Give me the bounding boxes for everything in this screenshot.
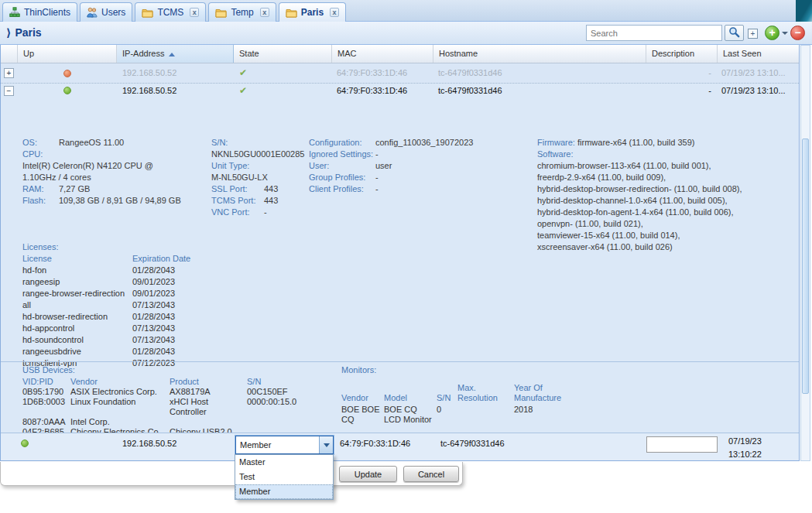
folder-icon xyxy=(215,8,227,18)
update-button[interactable]: Update xyxy=(339,466,397,482)
tab-close-icon[interactable]: x xyxy=(330,8,339,17)
dropdown-option-master[interactable]: Master xyxy=(235,455,333,470)
licenses-rows: hd-fon 01/28/2043 rangeesip 09/01/2023 r… xyxy=(22,265,247,369)
cell-ip: 192.168.50.52 xyxy=(122,86,176,95)
add-menu-caret-icon[interactable] xyxy=(782,32,788,35)
tab-bar: ThinClients Users TCMS x Temp x xyxy=(0,0,812,22)
client-profiles-label: Client Profiles: xyxy=(309,183,375,195)
cell-description: - xyxy=(646,68,711,77)
ssl-port-label: SSL Port: xyxy=(211,183,264,195)
search-button[interactable] xyxy=(725,25,744,41)
scrollbar-thumb[interactable] xyxy=(802,139,809,394)
column-header-ip-address[interactable]: IP-Address xyxy=(117,45,234,63)
status-dot-online xyxy=(21,439,29,447)
cell-last-seen: 07/19/23 13:10... xyxy=(721,86,786,95)
search-icon xyxy=(728,26,740,39)
license-row: hd-appcontrol 07/13/2043 xyxy=(22,323,247,334)
tab-temp[interactable]: Temp x xyxy=(208,2,276,22)
usb-product: xHCI Host Controller xyxy=(170,397,247,417)
vertical-scrollbar[interactable] xyxy=(800,45,810,461)
remove-button[interactable]: − xyxy=(790,26,805,40)
software-item: teamviewer-15-x64 (11.00, build 014), xyxy=(537,230,796,241)
edit-last-seen-date: 07/19/23 xyxy=(728,436,762,446)
tab-users[interactable]: Users xyxy=(80,2,132,22)
usb-product: AX88179A xyxy=(170,387,247,397)
usb-vendor: ASIX Electronics Corp. xyxy=(70,387,170,397)
usb-vendor: Intel Corp. xyxy=(70,417,170,427)
configuration-label: Configuration: xyxy=(309,137,375,149)
dropdown-option-member[interactable]: Member xyxy=(235,484,333,499)
tab-tcms[interactable]: TCMS x xyxy=(135,2,206,22)
detail-system-info: OS:RangeeOS 11.00 CPU: Intel(R) Celeron(… xyxy=(22,137,187,207)
cpu-value: Intel(R) Celeron(R) N4120 CPU @ 1.10GHz … xyxy=(22,160,187,183)
software-item: hybrid-desktop-fon-agent-1.4-x64 (11.00,… xyxy=(537,207,796,218)
license-row: rangeesip 09/01/2023 xyxy=(22,276,247,288)
software-item: openvpn- (11.00, build 021), xyxy=(537,218,796,230)
licenses-header: License Expiration Date xyxy=(22,253,247,265)
license-row: rangee-browser-redirection 09/01/2023 xyxy=(22,288,247,299)
grid-header: Up IP-Address State MAC Hostname Descrip… xyxy=(1,45,799,63)
column-header-last-seen[interactable]: Last Seen xyxy=(718,45,800,63)
monitor-year-header: Year Of Manufacture xyxy=(514,383,577,403)
table-row-expanded[interactable]: − 192.168.50.52 ✔ 64:79:F0:33:1D:46 tc-6… xyxy=(1,84,799,433)
tab-label: TCMS xyxy=(157,7,183,18)
license-name: all xyxy=(22,299,132,311)
tab-thinclients[interactable]: ThinClients xyxy=(2,2,77,22)
folder-icon xyxy=(286,8,297,18)
tab-paris[interactable]: Paris x xyxy=(279,2,346,22)
tcms-port-label: TCMS Port: xyxy=(211,195,264,207)
state-select[interactable]: Member xyxy=(235,436,334,454)
column-header-mac[interactable]: MAC xyxy=(332,45,433,63)
search-input[interactable] xyxy=(586,25,722,41)
flash-label: Flash: xyxy=(22,195,59,207)
vendor-column-header: Vendor xyxy=(70,377,170,387)
software-item: freerdp-2.9-x64 (11.00, build 009), xyxy=(537,172,796,183)
state-select-value: Member xyxy=(236,440,319,450)
tab-close-icon[interactable]: x xyxy=(260,8,269,17)
tab-label: ThinClients xyxy=(24,7,70,18)
status-dot-online xyxy=(63,87,71,94)
license-column-header: License xyxy=(22,253,132,265)
column-header-description[interactable]: Description xyxy=(646,45,718,63)
add-button[interactable]: + xyxy=(765,26,779,40)
software-item: chromium-browser-113-x64 (11.00, build 0… xyxy=(537,160,796,172)
expand-all-button[interactable]: + xyxy=(748,29,758,39)
app-window: ThinClients Users TCMS x Temp x xyxy=(0,0,812,513)
column-header-state[interactable]: State xyxy=(234,45,332,63)
column-header-up[interactable]: Up xyxy=(18,45,117,63)
column-header-hostname[interactable]: Hostname xyxy=(433,45,646,63)
description-input[interactable] xyxy=(646,436,718,453)
license-expiration: 09/01/2023 xyxy=(132,276,247,288)
ram-value: 7,27 GB xyxy=(59,184,90,193)
monitor-vendor: BOE BOE CQ xyxy=(341,405,384,425)
user-value: user xyxy=(375,161,392,170)
license-row: rangeeusbdrive 01/28/2043 xyxy=(22,346,247,357)
row-expand-icon[interactable]: + xyxy=(4,68,14,78)
monitor-model-header: Model xyxy=(384,393,437,403)
thinclient-grid: Up IP-Address State MAC Hostname Descrip… xyxy=(0,45,800,461)
usb-device-row: 0B95:1790 ASIX Electronics Corp. AX88179… xyxy=(22,387,348,397)
chevron-down-icon[interactable] xyxy=(319,436,333,453)
license-expiration: 07/13/2043 xyxy=(132,323,247,334)
cancel-button[interactable]: Cancel xyxy=(403,466,459,482)
table-row[interactable]: + 192.168.50.52 ✔ 64:79:F0:33:1D:46 tc-6… xyxy=(1,63,799,84)
unit-type-value: M-NL50GU-LX xyxy=(211,172,306,183)
tab-label: Temp xyxy=(231,7,253,18)
monitor-sn: 0 xyxy=(437,405,457,425)
monitors-table-header: Vendor Model S/N Max. Resolution Year Of… xyxy=(341,382,597,403)
license-name: hd-fon xyxy=(22,265,132,276)
tcms-port-value: 443 xyxy=(264,196,278,205)
page-title: Paris xyxy=(15,26,41,39)
usb-devices-title: USB Devices: xyxy=(22,365,75,374)
cell-mac: 64:79:F0:33:1D:46 xyxy=(337,86,407,95)
state-ok-icon: ✔ xyxy=(239,85,247,96)
row-collapse-icon[interactable]: − xyxy=(4,86,14,96)
edit-mac-value: 64:79:F0:33:1D:46 xyxy=(340,439,410,448)
cell-description: - xyxy=(646,86,711,95)
dropdown-option-test[interactable]: Test xyxy=(235,470,333,484)
tab-close-icon[interactable]: x xyxy=(190,8,199,17)
license-name: hd-appcontrol xyxy=(22,323,132,334)
license-expiration: 07/13/2043 xyxy=(132,334,247,346)
unit-type-label: Unit Type: xyxy=(211,160,306,172)
license-expiration: 01/28/2043 xyxy=(132,311,247,323)
